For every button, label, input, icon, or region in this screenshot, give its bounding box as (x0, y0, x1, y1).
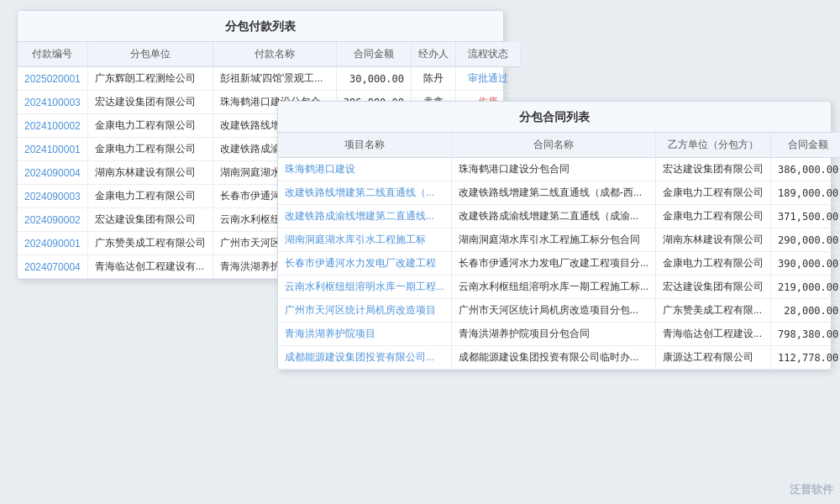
contract-panel-title: 分包合同列表 (278, 102, 831, 133)
watermark: 泛普软件 (790, 482, 833, 497)
payment-cell: 宏达建设集团有限公司 (87, 208, 213, 232)
contract-cell[interactable]: 云南水利枢纽组溶明水库一期工程... (278, 276, 452, 299)
payment-cell[interactable]: 2024070004 (18, 255, 87, 279)
payment-col-header: 经办人 (412, 42, 456, 67)
contract-col-header: 合同名称 (452, 133, 656, 158)
payment-cell: 青海临达创工程建设有... (87, 255, 213, 279)
contract-cell: 广东赞美成工程有限... (656, 299, 771, 323)
contract-cell[interactable]: 成都能源建设集团投资有限公司... (278, 346, 452, 370)
contract-cell: 珠海鹤港口建设分包合同 (452, 158, 656, 181)
contract-cell: 湖南东林建设有限公司 (656, 228, 771, 252)
payment-cell[interactable]: 2024090001 (18, 232, 87, 255)
contract-cell: 386,000.00 (771, 158, 840, 181)
contract-cell[interactable]: 长春市伊通河水力发电厂改建工程 (278, 252, 452, 276)
payment-cell: 金康电力工程有限公司 (87, 185, 213, 208)
contract-cell: 成都能源建设集团投资有限公司临时办... (452, 346, 656, 370)
contract-cell[interactable]: 湖南洞庭湖水库引水工程施工标 (278, 228, 452, 252)
contract-cell: 112,778.00 (771, 346, 840, 370)
contract-row: 改建铁路成渝线增建第二直通线...改建铁路成渝线增建第二直通线（成渝...金康电… (278, 205, 840, 228)
contract-cell: 28,000.00 (771, 299, 840, 323)
payment-cell: 30,000.00 (336, 67, 411, 91)
contract-cell: 宏达建设集团有限公司 (656, 276, 771, 299)
contract-cell: 390,000.00 (771, 252, 840, 276)
contract-cell: 青海临达创工程建设... (656, 323, 771, 346)
payment-cell[interactable]: 2025020001 (18, 67, 87, 91)
contract-cell: 改建铁路线增建第二线直通线（成都-西... (452, 181, 656, 205)
payment-col-header: 付款编号 (18, 42, 87, 67)
payment-cell: 金康电力工程有限公司 (87, 114, 213, 138)
payment-cell: 金康电力工程有限公司 (87, 138, 213, 161)
contract-row: 珠海鹤港口建设珠海鹤港口建设分包合同宏达建设集团有限公司386,000.00林康… (278, 158, 840, 181)
contract-cell[interactable]: 青海洪湖养护院项目 (278, 323, 452, 346)
contract-cell: 798,380.00 (771, 323, 840, 346)
contract-row: 云南水利枢纽组溶明水库一期工程...云南水利枢纽组溶明水库一期工程施工标...宏… (278, 276, 840, 299)
contract-cell: 189,000.00 (771, 181, 840, 205)
contract-cell: 219,000.00 (771, 276, 840, 299)
payment-cell: 湖南东林建设有限公司 (87, 161, 213, 185)
payment-row: 2025020001广东辉朗工程测绘公司彭祖新城'四馆'景观工...30,000… (18, 67, 521, 91)
payment-cell[interactable]: 2024100002 (18, 114, 87, 138)
contract-cell: 康源达工程有限公司 (656, 346, 771, 370)
payment-cell[interactable]: 2024090003 (18, 185, 87, 208)
payment-cell: 彭祖新城'四馆'景观工... (213, 67, 336, 91)
payment-header: 付款编号分包单位付款名称合同金额经办人流程状态 (18, 42, 521, 67)
payment-panel-title: 分包付款列表 (18, 11, 503, 42)
payment-col-header: 付款名称 (213, 42, 336, 67)
payment-cell[interactable]: 2024090002 (18, 208, 87, 232)
contract-cell: 371,500.00 (771, 205, 840, 228)
payment-cell[interactable]: 2024090004 (18, 161, 87, 185)
contract-cell: 宏达建设集团有限公司 (656, 158, 771, 181)
contract-col-header: 乙方单位（分包方） (656, 133, 771, 158)
contract-cell: 广州市天河区统计局机房改造项目分包... (452, 299, 656, 323)
contract-cell: 金康电力工程有限公司 (656, 181, 771, 205)
payment-col-header: 分包单位 (87, 42, 213, 67)
contract-row: 改建铁路线增建第二线直通线（...改建铁路线增建第二线直通线（成都-西...金康… (278, 181, 840, 205)
payment-cell: 宏达建设集团有限公司 (87, 91, 213, 114)
payment-cell: 广东辉朗工程测绘公司 (87, 67, 213, 91)
payment-cell: 广东赞美成工程有限公司 (87, 232, 213, 255)
contract-body: 珠海鹤港口建设珠海鹤港口建设分包合同宏达建设集团有限公司386,000.00林康… (278, 158, 840, 370)
payment-cell[interactable]: 2024100003 (18, 91, 87, 114)
contract-cell[interactable]: 改建铁路线增建第二线直通线（... (278, 181, 452, 205)
contract-cell: 改建铁路成渝线增建第二直通线（成渝... (452, 205, 656, 228)
contract-row: 成都能源建设集团投资有限公司...成都能源建设集团投资有限公司临时办...康源达… (278, 346, 840, 370)
contract-row: 青海洪湖养护院项目青海洪湖养护院项目分包合同青海临达创工程建设...798,38… (278, 323, 840, 346)
contract-table: 项目名称合同名称乙方单位（分包方）合同金额签订人流程状态 珠海鹤港口建设珠海鹤港… (278, 133, 840, 370)
payment-cell: 陈丹 (412, 67, 456, 91)
contract-cell: 290,000.00 (771, 228, 840, 252)
contract-cell: 湖南洞庭湖水库引水工程施工标分包合同 (452, 228, 656, 252)
contract-panel: 分包合同列表 项目名称合同名称乙方单位（分包方）合同金额签订人流程状态 珠海鹤港… (277, 101, 832, 370)
payment-cell: 审批通过 (456, 67, 521, 91)
payment-col-header: 合同金额 (336, 42, 411, 67)
contract-cell[interactable]: 广州市天河区统计局机房改造项目 (278, 299, 452, 323)
contract-cell[interactable]: 珠海鹤港口建设 (278, 158, 452, 181)
contract-cell: 云南水利枢纽组溶明水库一期工程施工标... (452, 276, 656, 299)
contract-cell[interactable]: 改建铁路成渝线增建第二直通线... (278, 205, 452, 228)
contract-row: 湖南洞庭湖水库引水工程施工标湖南洞庭湖水库引水工程施工标分包合同湖南东林建设有限… (278, 228, 840, 252)
contract-row: 广州市天河区统计局机房改造项目广州市天河区统计局机房改造项目分包...广东赞美成… (278, 299, 840, 323)
contract-cell: 长春市伊通河水力发电厂改建工程项目分... (452, 252, 656, 276)
contract-col-header: 合同金额 (771, 133, 840, 158)
contract-col-header: 项目名称 (278, 133, 452, 158)
payment-col-header: 流程状态 (456, 42, 521, 67)
payment-cell[interactable]: 2024100001 (18, 138, 87, 161)
contract-cell: 金康电力工程有限公司 (656, 252, 771, 276)
contract-header: 项目名称合同名称乙方单位（分包方）合同金额签订人流程状态 (278, 133, 840, 158)
contract-cell: 金康电力工程有限公司 (656, 205, 771, 228)
contract-row: 长春市伊通河水力发电厂改建工程长春市伊通河水力发电厂改建工程项目分...金康电力… (278, 252, 840, 276)
contract-cell: 青海洪湖养护院项目分包合同 (452, 323, 656, 346)
